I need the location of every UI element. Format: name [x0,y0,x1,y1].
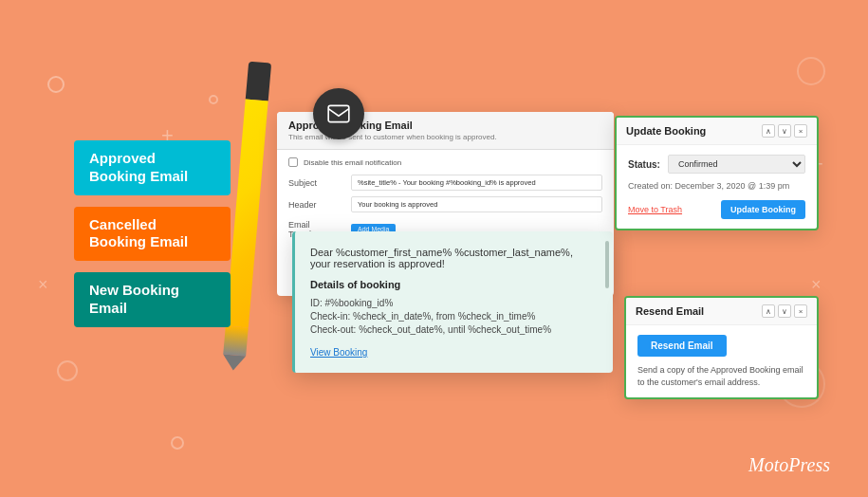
bg-times-2: × [38,275,48,295]
view-booking-link[interactable]: View Booking [310,347,367,358]
disable-checkbox[interactable] [288,157,298,167]
update-actions: Move to Trash Update Booking [628,200,805,219]
label-container: Approved Booking Email Cancelled Booking… [74,140,231,327]
bg-circle-1 [797,57,825,85]
label-approved: Approved Booking Email [74,140,231,195]
resend-close-btn[interactable]: × [794,304,807,318]
label-new: New Booking Email [74,272,231,327]
expand-btn[interactable]: ∨ [778,124,791,138]
email-icon-circle [313,88,364,139]
svg-rect-0 [328,105,349,121]
resend-card-controls: ∧ ∨ × [762,304,807,318]
update-booking-button[interactable]: Update Booking [721,200,805,219]
resend-collapse-btn[interactable]: ∧ [762,304,775,318]
label-cancelled: Cancelled Booking Email [74,207,231,262]
resend-card-title: Resend Email [636,305,704,317]
resend-description: Send a copy of the Approved Booking emai… [637,364,805,388]
close-btn[interactable]: × [794,124,807,138]
bg-dot-3 [209,95,218,104]
preview-line-id: ID: #%booking_id% [310,298,594,308]
status-select[interactable]: Confirmed Pending Cancelled [668,155,805,174]
update-card-header: Update Booking ∧ ∨ × [617,118,817,145]
resend-email-button[interactable]: Resend Email [637,335,727,357]
status-row: Status: Confirmed Pending Cancelled [628,155,805,174]
created-date: Created on: December 3, 2020 @ 1:39 pm [628,181,805,191]
preview-section-title: Details of booking [310,279,594,290]
resend-expand-btn[interactable]: ∨ [778,304,791,318]
disable-label: Disable this email notification [304,158,401,167]
resend-card-body: Resend Email Send a copy of the Approved… [626,325,817,397]
resend-email-card: Resend Email ∧ ∨ × Resend Email Send a c… [624,296,819,399]
trash-link[interactable]: Move to Trash [628,205,682,214]
update-card-body: Status: Confirmed Pending Cancelled Crea… [617,145,817,229]
preview-line-checkout: Check-out: %check_out_date%, until %chec… [310,324,594,335]
preview-scroll-bar[interactable] [605,241,609,288]
preview-line-checkin: Check-in: %check_in_date%, from %check_i… [310,311,594,322]
header-label: Header [288,200,343,210]
bg-dot-2 [171,436,184,450]
bg-dot-1 [47,76,65,93]
update-card-title: Update Booking [626,125,706,137]
email-icon [326,101,351,126]
subject-label: Subject [288,178,343,188]
header-input[interactable] [351,196,602,212]
disable-notification-row: Disable this email notification [288,157,602,167]
collapse-btn[interactable]: ∧ [762,124,775,138]
resend-card-header: Resend Email ∧ ∨ × [626,298,817,325]
email-preview-card: Dear %customer_first_name% %customer_las… [292,231,613,373]
motopress-logo: MotoPress [748,454,830,476]
bg-dot-4 [57,360,78,381]
header-row: Header [288,196,602,212]
card-controls: ∧ ∨ × [762,124,807,138]
status-label: Status: [628,159,660,170]
preview-greeting: Dear %customer_first_name% %customer_las… [310,247,594,269]
subject-input[interactable] [351,175,602,191]
subject-row: Subject [288,175,602,191]
bg-times-1: × [811,275,822,295]
update-booking-card: Update Booking ∧ ∨ × Status: Confirmed P… [615,116,819,230]
